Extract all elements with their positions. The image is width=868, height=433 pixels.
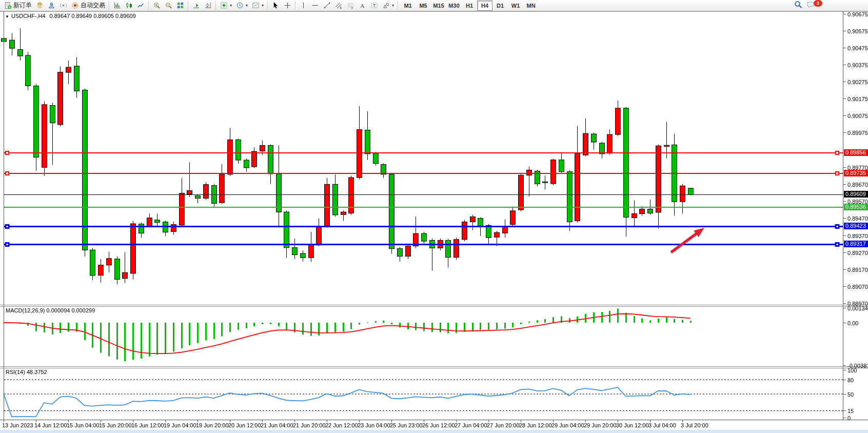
price-tag: 0.89856 — [844, 149, 868, 156]
time-axis-label: 27 Jun 20:00 — [487, 422, 520, 428]
price-axis-tick: 0.90575 — [847, 28, 868, 34]
time-axis-label: 22 Jun 12:00 — [325, 422, 358, 428]
periods-button[interactable]: ▾ — [234, 0, 250, 11]
time-axis-label: 14 Jun 12:00 — [34, 422, 67, 428]
label-button[interactable]: T — [368, 0, 380, 11]
timeframe-mn-button[interactable]: MN — [523, 1, 539, 11]
price-tag: 0.89609 — [844, 191, 868, 198]
vline-button[interactable] — [298, 0, 309, 11]
indicators-button[interactable]: ▾ — [218, 0, 234, 11]
macd-name: MACD(12,26,9) — [6, 307, 45, 313]
line-chart-icon — [137, 2, 145, 9]
signals-button[interactable] — [57, 0, 69, 11]
hline-button[interactable] — [309, 0, 321, 11]
chart-dropdown-icon[interactable]: ▼ — [5, 14, 9, 19]
timeframe-w1-button[interactable]: W1 — [508, 1, 523, 11]
timeframe-h1-button[interactable]: H1 — [462, 1, 477, 11]
profile-button[interactable] — [46, 0, 57, 11]
label-icon: T — [370, 2, 378, 9]
signals-icon — [60, 2, 67, 9]
macd-indicator-label: MACD(12,26,9) 0.000094 0.000299 — [6, 307, 95, 313]
toolbar-separator — [398, 1, 399, 10]
profile-icon — [48, 2, 55, 9]
chevron-down-icon: ▾ — [246, 3, 248, 8]
fibo-button[interactable]: F — [345, 0, 357, 11]
timeframe-d1-button[interactable]: D1 — [492, 1, 508, 11]
timeframe-m5-button[interactable]: M5 — [416, 1, 431, 11]
timeframe-h4-button[interactable]: H4 — [477, 1, 492, 11]
chevron-down-icon: ▾ — [262, 3, 264, 8]
line-chart-button[interactable] — [135, 0, 147, 11]
bar-chart-button[interactable] — [111, 0, 123, 11]
timeframe-m1-button[interactable]: M1 — [400, 1, 416, 11]
rsi-axis-tick: 50 — [847, 391, 854, 398]
text-icon: A — [359, 2, 366, 9]
time-axis-label: 20 Jun 12:00 — [228, 422, 261, 428]
shapes-button[interactable]: ▾ — [380, 0, 396, 11]
trendline-icon — [323, 2, 331, 9]
toolbar-separator — [148, 1, 149, 10]
time-axis-label: 29 Jun 04:00 — [551, 422, 584, 428]
rsi-axis-tick: 15 — [847, 408, 854, 414]
price-axis-tick: 0.89070 — [847, 284, 868, 290]
rsi-axis-tick: 0 — [847, 415, 851, 421]
price-axis-tick: 0.90375 — [847, 62, 868, 68]
zoom-out-icon — [165, 2, 172, 9]
charts-gold-icon — [36, 2, 44, 9]
toolbar-separator — [188, 1, 189, 10]
svg-text:A: A — [360, 3, 365, 9]
toolbar-right-icons — [794, 0, 815, 11]
time-axis-label: 27 Jun 04:00 — [455, 422, 487, 428]
trendline-button[interactable] — [321, 0, 333, 11]
crosshair-button[interactable] — [282, 0, 293, 11]
hline-icon — [311, 2, 319, 9]
zoom-in-button[interactable] — [151, 0, 163, 11]
autoscroll-button[interactable] — [190, 0, 202, 11]
chart-ohlc-values: 0.89647 0.89649 0.89605 0.89609 — [50, 13, 136, 19]
price-tag: 0.89536 — [844, 204, 868, 210]
charts-gold-button[interactable] — [34, 0, 46, 11]
time-axis-label: 21 Jun 04:00 — [261, 422, 293, 428]
timeframe-m15-button[interactable]: M15 — [431, 1, 446, 11]
templates-button[interactable]: ▾ — [250, 0, 266, 11]
time-axis-label: 21 Jun 20:00 — [293, 422, 326, 428]
time-axis-label: 15 Jun 20:00 — [99, 422, 132, 428]
text-button[interactable]: A — [357, 0, 368, 11]
candle-chart-button[interactable] — [123, 0, 135, 11]
time-axis-label: 29 Jun 20:00 — [584, 422, 617, 428]
macd-axis-tick: 0.001349 — [847, 305, 868, 311]
price-tag: 0.89317 — [844, 241, 868, 247]
macd-current-values: 0.000094 0.000299 — [46, 307, 95, 313]
new-order-button[interactable]: 新订单 — [2, 0, 34, 11]
time-axis-label: 19 Jun 04:00 — [164, 422, 196, 428]
toolbar-separator — [295, 1, 296, 10]
price-axis-tick: 0.90275 — [847, 79, 868, 85]
macd-axis-tick: 0.00 — [847, 320, 858, 326]
price-axis-tick: 0.89975 — [847, 130, 868, 136]
zoom-out-button[interactable] — [163, 0, 174, 11]
chart-shift-button[interactable] — [202, 0, 214, 11]
autotrading-button[interactable]: 自动交易 — [69, 0, 107, 11]
search-icon[interactable] — [794, 1, 802, 11]
timeframe-m30-button[interactable]: M30 — [446, 1, 462, 11]
time-axis-label: 23 Jun 04:00 — [358, 422, 390, 428]
price-chart-canvas[interactable] — [0, 0, 868, 433]
price-axis-tick: 0.90675 — [847, 11, 868, 17]
mt4-window: 新订单自动交易▾▾▾EFAT▾M1M5M15M30H1H4D1W1MN1 ▼US… — [0, 0, 868, 433]
rsi-axis-tick: 80 — [847, 377, 854, 383]
notification-badge: 1 — [814, 0, 822, 7]
cursor-icon — [272, 2, 280, 9]
cursor-button[interactable] — [270, 0, 282, 11]
price-axis-tick: 0.90075 — [847, 113, 868, 119]
rsi-indicator-label: RSI(14) 48.3752 — [6, 369, 47, 375]
tile-windows-button[interactable] — [174, 0, 186, 11]
autoscroll-icon — [192, 2, 200, 9]
window-bottom-edge — [0, 430, 868, 433]
crosshair-icon — [284, 2, 291, 9]
chart-title: ▼USDCHF-,H40.89647 0.89649 0.89605 0.896… — [5, 13, 136, 19]
price-axis-tick: 0.89370 — [847, 233, 868, 239]
time-axis-label: 30 Jun 12:00 — [616, 422, 649, 428]
time-axis-label: 19 Jun 20:00 — [196, 422, 229, 428]
toolbar-separator — [267, 1, 268, 10]
channel-button[interactable]: E — [333, 0, 345, 11]
